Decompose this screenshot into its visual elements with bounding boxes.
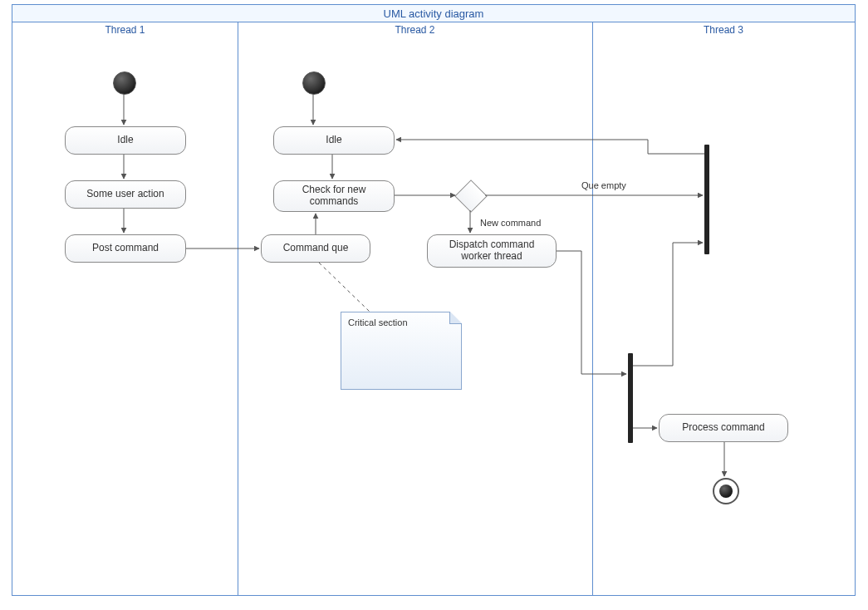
note-critical-section-label: Critical section	[348, 317, 408, 327]
final-node	[713, 478, 739, 504]
activity-user-action: Some user action	[65, 180, 186, 209]
swimlane-thread-2: Thread 2	[238, 22, 593, 596]
edge-label-que-empty: Que empty	[581, 180, 626, 190]
activity-process-command: Process command	[659, 414, 788, 442]
initial-node-thread-2	[302, 71, 326, 95]
final-node-inner	[719, 485, 733, 498]
uml-activity-diagram: UML activity diagram Thread 1 Thread 2 T…	[0, 0, 868, 610]
fork-bar	[628, 353, 633, 443]
edge-label-new-command: New command	[480, 218, 541, 228]
activity-idle-2-label: Idle	[326, 135, 341, 146]
swimlane-label-2: Thread 2	[238, 24, 592, 36]
activity-process-command-label: Process command	[682, 422, 764, 434]
swimlane-thread-1: Thread 1	[12, 22, 238, 596]
activity-dispatch-command-label: Dispatch command worker thread	[433, 239, 551, 263]
activity-user-action-label: Some user action	[86, 189, 164, 200]
join-bar	[704, 145, 709, 254]
activity-post-command-label: Post command	[92, 243, 159, 254]
activity-command-que-label: Command que	[283, 243, 349, 254]
swimlane-label-3: Thread 3	[592, 24, 855, 36]
swimlane-label-1: Thread 1	[12, 24, 238, 36]
activity-check-commands: Check for new commands	[273, 180, 395, 212]
note-fold-icon	[449, 312, 461, 324]
initial-node-thread-1	[113, 71, 136, 95]
swimlane-thread-3: Thread 3	[592, 22, 856, 596]
activity-post-command: Post command	[65, 234, 186, 263]
note-critical-section: Critical section	[341, 312, 462, 390]
diagram-title-text: UML activity diagram	[384, 7, 484, 20]
activity-command-que: Command que	[261, 234, 370, 263]
diagram-title: UML activity diagram	[12, 4, 856, 22]
activity-idle-2: Idle	[273, 126, 395, 155]
activity-idle-1-label: Idle	[117, 135, 133, 146]
activity-dispatch-command: Dispatch command worker thread	[427, 234, 557, 268]
activity-idle-1: Idle	[65, 126, 186, 155]
activity-check-commands-label: Check for new commands	[279, 184, 389, 208]
